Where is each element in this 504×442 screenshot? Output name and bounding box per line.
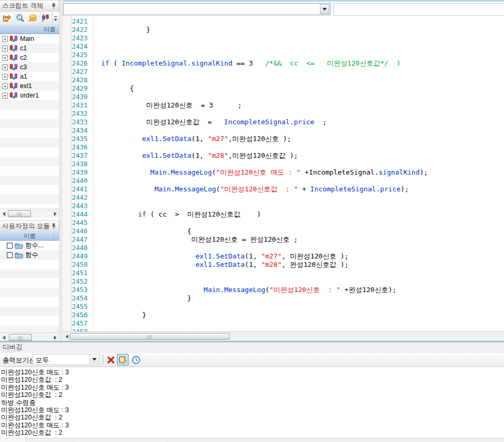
script-objects-toolbar: ▪▪ bbox=[0, 12, 59, 25]
code-text bbox=[91, 110, 93, 117]
scroll-thumb[interactable]: ||| bbox=[70, 333, 230, 340]
code-segment: "미완성120신호값 : " bbox=[220, 185, 298, 193]
scroll-thumb[interactable]: ||| bbox=[9, 334, 32, 341]
output-filter-combobox[interactable]: 모두 bbox=[33, 354, 100, 365]
scroll-left-arrow[interactable] bbox=[1, 210, 7, 217]
code-line: 2457 bbox=[63, 319, 504, 328]
script-tree-hscrollbar[interactable]: ||| bbox=[0, 209, 59, 218]
tree-item-exl1[interactable]: +exl1 bbox=[0, 81, 59, 91]
line-number: 2450 bbox=[63, 261, 91, 269]
toolbar-overflow-icon[interactable]: ▪▪ bbox=[52, 13, 59, 24]
code-line: 2437 exl1.SetData(1, "m28",미완성120신호값 ); bbox=[63, 152, 504, 160]
checkbox[interactable] bbox=[7, 243, 13, 249]
pin-icon[interactable] bbox=[51, 223, 57, 230]
code-segment: ( bbox=[216, 185, 220, 193]
checkbox[interactable] bbox=[7, 252, 13, 258]
code-segment: + bbox=[298, 185, 310, 193]
search-icon[interactable] bbox=[14, 13, 26, 24]
code-text bbox=[91, 68, 93, 76]
tree-item-c2[interactable]: +c2 bbox=[0, 53, 59, 62]
expand-plus-icon[interactable]: + bbox=[2, 55, 8, 61]
code-text: exl1.SetData(1, "m27",미완성120신호 ); bbox=[91, 135, 291, 143]
link-arrows-icon[interactable] bbox=[1, 13, 14, 24]
code-text bbox=[91, 93, 93, 101]
line-number: 2441 bbox=[63, 185, 91, 193]
code-text bbox=[91, 160, 93, 168]
clock-icon[interactable] bbox=[130, 354, 142, 365]
column-divider[interactable] bbox=[53, 233, 54, 239]
expand-plus-icon[interactable]: + bbox=[2, 93, 8, 99]
output-filter-value: 모두 bbox=[36, 356, 49, 365]
code-segment bbox=[93, 210, 138, 218]
editor-topbar-field[interactable] bbox=[334, 3, 504, 16]
expand-plus-icon[interactable]: + bbox=[2, 36, 8, 42]
code-text bbox=[91, 277, 93, 285]
object-icon bbox=[9, 92, 18, 99]
folder-icon bbox=[15, 242, 23, 249]
code-line: 2426 if ( IncompleteSignal.signalKind ==… bbox=[63, 59, 504, 68]
output-line: 미완성120신호값 : 2 bbox=[1, 414, 504, 421]
module-item[interactable]: 함수... bbox=[0, 241, 59, 250]
tree-item-order1[interactable]: +order1 bbox=[0, 91, 59, 100]
code-segment: ( cc > 미완성120신호값 ) bbox=[146, 210, 261, 218]
code-segment: signalKind bbox=[379, 168, 420, 176]
scroll-right-arrow[interactable] bbox=[52, 210, 59, 217]
combobox-dropdown-button[interactable] bbox=[89, 355, 99, 364]
coins-refresh-icon[interactable] bbox=[26, 13, 39, 24]
scroll-right-arrow[interactable] bbox=[52, 334, 59, 341]
pin-icon[interactable] bbox=[51, 3, 57, 9]
code-segment: ( bbox=[212, 168, 216, 176]
code-text: Main.MessageLog("미완성120신호값 : " + Incompl… bbox=[91, 185, 409, 193]
code-text: Main.MessageLog("미완성120신호 : " +완성120신호); bbox=[91, 286, 396, 294]
scroll-thumb[interactable]: ||| bbox=[8, 210, 31, 217]
clear-x-icon[interactable] bbox=[105, 354, 116, 365]
script-objects-column-header[interactable]: 이름 bbox=[0, 25, 59, 34]
tree-item-Main[interactable]: +Main bbox=[0, 34, 59, 44]
status-bar bbox=[0, 438, 504, 442]
code-segment: ,미완성120신호값 ); bbox=[228, 152, 298, 159]
output-line: 미완성120신호값 : 2 bbox=[1, 391, 504, 398]
expand-plus-icon[interactable]: + bbox=[2, 74, 8, 80]
code-text: Main.MessageLog("미완성120신호 매도 : " +Incomp… bbox=[91, 168, 428, 176]
folder-icon bbox=[15, 252, 23, 258]
code-line: 2445 bbox=[63, 219, 504, 227]
code-segment: exl1.SetData bbox=[196, 261, 245, 268]
candlestick-chart-icon[interactable] bbox=[39, 13, 51, 24]
expand-plus-icon[interactable]: + bbox=[2, 64, 8, 70]
symbol-combobox[interactable] bbox=[63, 3, 330, 15]
user-modules-column-header[interactable]: 이름 bbox=[0, 232, 59, 241]
log-notebook-icon[interactable] bbox=[117, 354, 128, 365]
code-segment: +IncompleteSignal. bbox=[301, 168, 379, 176]
code-segment: if bbox=[138, 210, 146, 218]
code-line: 2433 미완성120신호값 = IncompleteSignal.price … bbox=[63, 118, 504, 126]
expand-plus-icon[interactable]: + bbox=[2, 46, 8, 51]
tree-item-c3[interactable]: +c3 bbox=[0, 62, 59, 72]
expand-plus-icon[interactable]: + bbox=[2, 83, 8, 89]
debug-output[interactable]: 미완성120신호 매도 : 3미완성120신호값 : 2미완성120신호 매도 … bbox=[0, 367, 504, 437]
code-viewport[interactable]: 24212422 }2423242424252426 if ( Incomple… bbox=[63, 16, 504, 331]
code-line: 2449 exl1.SetData(1, "m27", 미완성120신호 ); bbox=[63, 252, 504, 261]
code-segment bbox=[93, 168, 151, 176]
code-segment: Main.MessageLog bbox=[154, 185, 216, 193]
tree-item-a1[interactable]: +a1 bbox=[0, 72, 59, 81]
line-number: 2449 bbox=[63, 252, 91, 261]
scroll-left-arrow[interactable] bbox=[1, 334, 7, 341]
script-objects-header: 스크립트 객체 bbox=[0, 0, 59, 12]
code-segment: exl1.SetData bbox=[142, 135, 191, 143]
code-segment: "m28" bbox=[208, 152, 228, 159]
module-item[interactable]: 함수 bbox=[0, 250, 59, 260]
modules-hscrollbar[interactable]: ||| bbox=[0, 332, 59, 341]
code-line: 2435 exl1.SetData(1, "m27",미완성120신호 ); bbox=[63, 135, 504, 143]
code-line: 2432 bbox=[63, 110, 504, 118]
chevron-down-icon bbox=[92, 358, 96, 361]
editor-hscrollbar[interactable]: ||| bbox=[63, 331, 504, 341]
line-number: 2438 bbox=[63, 160, 91, 168]
scroll-grip: ||| bbox=[18, 336, 23, 339]
tree-item-c1[interactable]: +c1 bbox=[0, 44, 59, 53]
line-number: 2434 bbox=[63, 126, 91, 135]
code-segment: "m28" bbox=[261, 261, 282, 268]
line-number: 2442 bbox=[63, 193, 91, 202]
tree-item-label: exl1 bbox=[20, 82, 32, 90]
combobox-dropdown-button[interactable] bbox=[320, 4, 329, 14]
module-item-label: 함수... bbox=[25, 241, 44, 250]
